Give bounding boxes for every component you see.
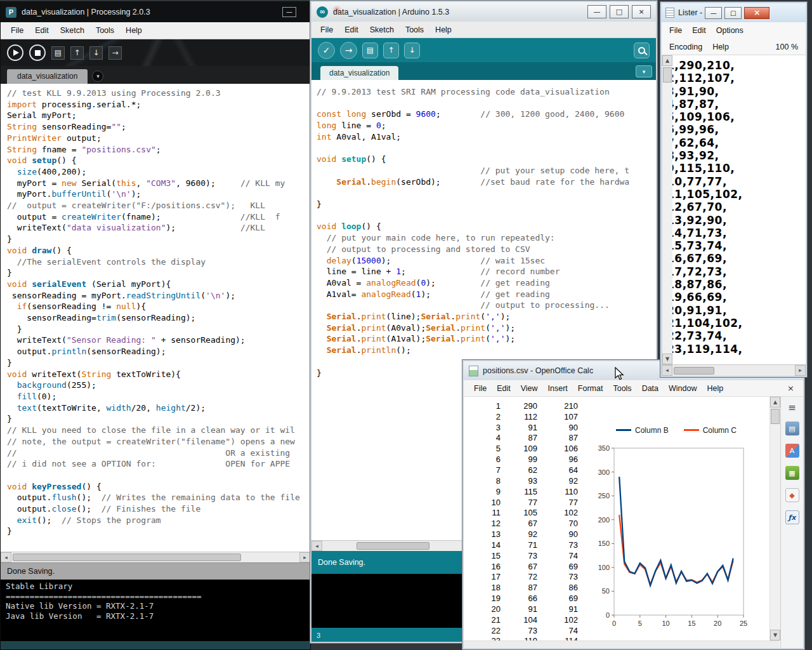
arduino-maximize-button[interactable]: □: [610, 5, 629, 18]
menu-item-help[interactable]: Help: [707, 41, 734, 53]
lister-minimize-button[interactable]: —: [705, 7, 722, 19]
sheet-cell[interactable]: 12: [469, 519, 501, 528]
code-line[interactable]: }: [7, 234, 310, 245]
code-line[interactable]: A1val= analogRead(1); // get reading: [317, 289, 656, 300]
sheet-cell[interactable]: 10: [469, 498, 501, 507]
sheet-cell[interactable]: 7: [469, 465, 501, 475]
menu-item-format[interactable]: Format: [573, 382, 608, 395]
menu-item-help[interactable]: Help: [702, 382, 729, 395]
sheet-cell[interactable]: 67: [501, 519, 537, 528]
code-line[interactable]: // note, the output = createWriter("file…: [7, 436, 310, 448]
sheet-cell[interactable]: 210: [537, 401, 578, 411]
menu-item-edit[interactable]: Edit: [687, 24, 711, 37]
scroll-up-icon[interactable]: ▲: [662, 55, 672, 66]
functions-icon[interactable]: ƒx: [785, 510, 799, 524]
calc-horizontal-scrollbar[interactable]: [464, 640, 780, 648]
sheet-cell[interactable]: 290: [501, 401, 537, 411]
code-line[interactable]: Serial.println();: [317, 345, 656, 356]
processing-code-editor[interactable]: // test KLL 9.9.2013 using Processing 2.…: [1, 84, 310, 552]
properties-icon[interactable]: ▤: [785, 421, 799, 435]
sheet-cell[interactable]: 70: [537, 519, 578, 528]
code-line[interactable]: void serialEvent (Serial myPort){: [7, 279, 310, 290]
code-line[interactable]: void setup() {: [317, 154, 656, 165]
calc-chart-object[interactable]: Column BColumn C 05010015020025030035005…: [584, 404, 768, 646]
open-button[interactable]: ↑: [70, 46, 84, 60]
arduino-titlebar[interactable]: ∞ data_visualization | Arduino 1.5.3 — □…: [311, 2, 656, 22]
processing-titlebar[interactable]: P data_visualization | Processing 2.0.3 …: [1, 2, 310, 22]
gallery-icon[interactable]: ▦: [785, 466, 799, 480]
scrollbar-thumb[interactable]: [674, 367, 714, 375]
run-button[interactable]: [7, 44, 23, 61]
menu-item-file[interactable]: File: [664, 24, 687, 37]
code-line[interactable]: fill(0);: [7, 391, 310, 402]
menu-item-file[interactable]: File: [6, 24, 29, 37]
document-close-icon[interactable]: ×: [787, 383, 798, 393]
sheet-cell[interactable]: 107: [537, 412, 578, 421]
menu-item-encoding[interactable]: Encoding: [664, 41, 707, 53]
code-line[interactable]: long line = 0;: [317, 120, 656, 131]
sheet-cell[interactable]: 105: [501, 508, 537, 517]
code-line[interactable]: // OR a existing: [7, 448, 310, 459]
sheet-cell[interactable]: 15: [469, 551, 501, 560]
code-line[interactable]: import processing.serial.*;: [7, 99, 310, 110]
sheet-cell[interactable]: 16: [469, 562, 501, 571]
scroll-right-icon[interactable]: ▸: [299, 552, 310, 562]
code-line[interactable]: myPort = new Serial(this, "COM3", 9600);…: [7, 178, 310, 189]
sheet-cell[interactable]: 99: [501, 454, 537, 464]
sheet-cell[interactable]: 22: [469, 626, 501, 635]
code-line[interactable]: background(255);: [7, 380, 310, 391]
stop-button[interactable]: [29, 44, 46, 61]
sheet-cell[interactable]: 1: [469, 401, 501, 411]
code-line[interactable]: writeText("Sensor Reading: " + sensorRea…: [7, 335, 310, 346]
code-line[interactable]: void draw() {: [7, 245, 310, 256]
sheet-cell[interactable]: 69: [537, 562, 578, 571]
sheet-cell[interactable]: 92: [501, 529, 537, 539]
code-line[interactable]: // test KLL 9.9.2013 using Processing 2.…: [7, 88, 310, 99]
code-line[interactable]: [7, 470, 310, 481]
sheet-cell[interactable]: 87: [501, 583, 537, 592]
sheet-cell[interactable]: 72: [501, 572, 537, 581]
scrollbar-thumb[interactable]: [13, 554, 241, 561]
lister-horizontal-scrollbar[interactable]: ◂ ▸: [662, 364, 806, 376]
scroll-up-icon[interactable]: ▲: [770, 397, 780, 408]
sheet-cell[interactable]: 71: [501, 540, 537, 550]
sheet-cell[interactable]: 14: [469, 540, 501, 550]
code-line[interactable]: [317, 187, 656, 199]
styles-icon[interactable]: A: [785, 444, 799, 458]
scroll-left-icon[interactable]: ◂: [1, 552, 11, 562]
sheet-cell[interactable]: 66: [501, 594, 537, 603]
code-line[interactable]: // 9.9.2013 test SRI RAM processing code…: [317, 86, 656, 98]
code-line[interactable]: text(textToWrite, width/20, height/2);: [7, 402, 310, 414]
code-line[interactable]: [317, 210, 656, 222]
code-line[interactable]: int A0val, A1val;: [317, 131, 656, 143]
menu-item-edit[interactable]: Edit: [492, 382, 516, 395]
sheet-cell[interactable]: 73: [537, 572, 578, 581]
scroll-right-icon[interactable]: ▸: [795, 365, 806, 376]
sheet-cell[interactable]: 9: [469, 487, 501, 496]
new-sketch-button[interactable]: ▤: [51, 46, 65, 60]
lister-titlebar[interactable]: Lister - — □ ×: [662, 3, 806, 22]
upload-button[interactable]: →: [340, 42, 357, 59]
code-line[interactable]: }: [7, 413, 310, 425]
new-sketch-button[interactable]: ▤: [362, 43, 378, 58]
code-line[interactable]: [317, 98, 656, 109]
code-line[interactable]: String fname = "positions.csv";: [7, 144, 310, 156]
code-line[interactable]: void loop() {: [317, 221, 656, 232]
sheet-cell[interactable]: 8: [469, 476, 501, 486]
navigator-icon[interactable]: ◆: [785, 488, 799, 502]
code-line[interactable]: // output to processing...: [317, 300, 656, 311]
scroll-left-icon[interactable]: ◂: [311, 541, 322, 551]
menu-item-tools[interactable]: Tools: [400, 23, 429, 36]
calc-chart[interactable]: 0501001502002503003500510152025: [584, 437, 768, 634]
code-line[interactable]: // put your main code here, to run repea…: [317, 232, 656, 244]
sheet-cell[interactable]: 110: [537, 487, 578, 496]
code-line[interactable]: String sensorReading="";: [7, 121, 310, 133]
code-line[interactable]: }: [317, 199, 656, 210]
sheet-cell[interactable]: 86: [537, 583, 578, 592]
arduino-close-button[interactable]: ×: [632, 5, 651, 18]
code-line[interactable]: writeText("data visualization"); //KLL: [7, 222, 310, 234]
menu-item-window[interactable]: Window: [664, 382, 702, 395]
code-line[interactable]: myPort.bufferUntil('\n');: [7, 189, 310, 200]
export-button[interactable]: →: [108, 46, 122, 60]
sheet-cell[interactable]: 17: [469, 572, 501, 581]
